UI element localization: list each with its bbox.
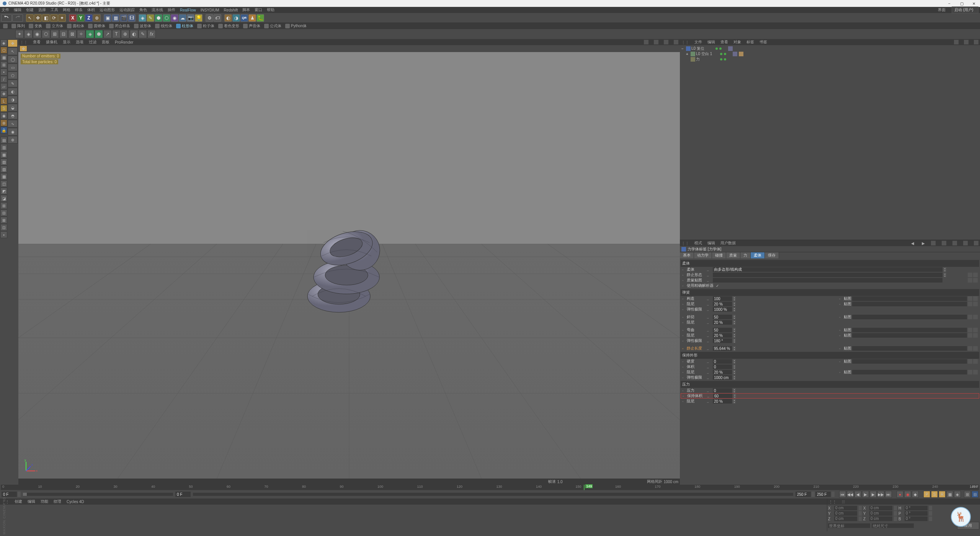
- lasttool-button[interactable]: ✦: [58, 14, 66, 22]
- vp-nav3-icon[interactable]: [664, 40, 668, 44]
- attr-body[interactable]: 柔体 ◦柔体... 由多边形/线构成 ▴▾ ◦静止形态... ▴▾ ◦质量贴图.…: [680, 258, 980, 485]
- camera-button[interactable]: 📷: [187, 14, 194, 22]
- attr-edit[interactable]: 编辑: [707, 240, 715, 246]
- vp-nav4-icon[interactable]: [674, 40, 678, 44]
- tb3-2[interactable]: ◈: [24, 30, 33, 38]
- lt-misc12[interactable]: ⊠: [0, 217, 7, 224]
- goto-end-button[interactable]: ⏭: [885, 491, 892, 498]
- scale-tool[interactable]: ◧: [42, 14, 50, 22]
- lt-misc10[interactable]: ⊞: [0, 202, 7, 209]
- generator2-button[interactable]: ⬡: [163, 14, 170, 22]
- tag-icon[interactable]: [739, 52, 743, 56]
- minimize-button[interactable]: −: [943, 0, 956, 7]
- prev-key-button[interactable]: ◀◀: [847, 491, 854, 498]
- tb2-sound[interactable]: 声音体: [242, 23, 262, 29]
- obj-row-2[interactable]: 力: [681, 57, 979, 62]
- tb2-shader[interactable]: 着色变形: [217, 23, 241, 29]
- om-eye-icon[interactable]: [964, 40, 969, 44]
- menu-volume[interactable]: 体积: [87, 7, 95, 13]
- material-area[interactable]: [0, 505, 827, 531]
- move-tool[interactable]: ✥: [34, 14, 42, 22]
- lt-misc8[interactable]: ◩: [0, 188, 7, 194]
- menu-character[interactable]: 角色: [139, 7, 147, 13]
- tb2-transform[interactable]: 变换: [27, 23, 44, 29]
- attr-lock-icon[interactable]: [952, 241, 957, 245]
- plugin1-button[interactable]: ◐: [224, 14, 232, 22]
- lt-misc11[interactable]: ⊟: [0, 209, 7, 216]
- coord-handle[interactable]: ⋮⋮: [829, 500, 836, 504]
- vpmenu-view[interactable]: 查看: [33, 39, 41, 45]
- end-frame[interactable]: 250 F: [795, 492, 811, 497]
- lt2-lasso[interactable]: ◯: [8, 56, 18, 63]
- range-frame[interactable]: 250 F: [815, 492, 831, 497]
- om-edit[interactable]: 编辑: [707, 39, 715, 45]
- menu-insydium[interactable]: INSYDIUM: [201, 8, 219, 12]
- mat-func[interactable]: 功能: [41, 499, 48, 504]
- vp-axis-button[interactable]: ✥: [20, 46, 27, 52]
- lt2-fill[interactable]: ◓: [8, 112, 18, 119]
- key-rot-button[interactable]: R: [939, 491, 946, 498]
- tab-cache[interactable]: 缓存: [765, 252, 779, 258]
- tab-softbody[interactable]: 柔体: [751, 252, 765, 258]
- vpmenu-display[interactable]: 显示: [63, 39, 70, 45]
- lt2-outline[interactable]: ◒: [8, 104, 18, 111]
- lt-polys[interactable]: ▱: [0, 83, 7, 90]
- tb3-9[interactable]: ◈: [86, 30, 94, 38]
- menu-help[interactable]: 帮助: [267, 7, 274, 13]
- spline-pen-button[interactable]: ✎: [147, 14, 154, 22]
- lt2-phong[interactable]: ◉: [8, 128, 18, 136]
- light-button[interactable]: 💡: [195, 14, 203, 22]
- tb2-wave[interactable]: 波形体: [132, 23, 153, 29]
- redo-button[interactable]: [12, 14, 23, 22]
- rot-h[interactable]: 0 °: [905, 506, 928, 510]
- mat-texture[interactable]: 纹理: [54, 499, 61, 504]
- obj-row-0[interactable]: − L0 复位: [681, 46, 979, 51]
- undo-button[interactable]: [1, 14, 12, 22]
- vp-handle[interactable]: ⋮⋮: [20, 40, 28, 44]
- object-tree[interactable]: − L0 复位 + L0 空白 1 力: [680, 45, 980, 240]
- generator-button[interactable]: ⬢: [155, 14, 162, 22]
- render-settings-button[interactable]: 🎞: [128, 14, 136, 22]
- menu-select[interactable]: 选择: [38, 7, 46, 13]
- tb3-3[interactable]: ◉: [33, 30, 41, 38]
- plugin4-button[interactable]: ♟: [248, 14, 256, 22]
- mat-create[interactable]: 创建: [15, 499, 22, 504]
- key-param-button[interactable]: ▦: [946, 491, 953, 498]
- menu-create[interactable]: 创建: [26, 7, 34, 13]
- menu-mograph[interactable]: 运动图形: [100, 7, 115, 13]
- axis-z-toggle[interactable]: Z: [85, 14, 93, 22]
- render-view-button[interactable]: ▣: [104, 14, 111, 22]
- tb3-16[interactable]: fx: [147, 30, 156, 38]
- vpmenu-filter[interactable]: 过滤: [89, 39, 96, 45]
- menu-redshift[interactable]: Redshift: [224, 8, 238, 12]
- om-file[interactable]: 文件: [694, 39, 702, 45]
- vp-nav1-icon[interactable]: [644, 40, 648, 44]
- timeline[interactable]: 01020 304050 607080 90100110 120130140 1…: [1, 485, 979, 490]
- scale-y[interactable]: 0 cm: [869, 511, 892, 516]
- plugin5-button[interactable]: 🐛: [256, 14, 264, 22]
- render-pv-button[interactable]: 🎬: [120, 14, 127, 22]
- key-scale-button[interactable]: S: [931, 491, 938, 498]
- tb3-13[interactable]: ⊕: [121, 30, 129, 38]
- tag-icon[interactable]: [728, 46, 733, 51]
- tb3-5[interactable]: ⊞: [51, 30, 59, 38]
- mat-cycles[interactable]: Cycles 4D: [67, 500, 84, 504]
- lt2-loop[interactable]: ◐: [8, 88, 18, 95]
- tb2-icon[interactable]: [2, 24, 9, 28]
- vp-nav2-icon[interactable]: [654, 40, 658, 44]
- menu-script[interactable]: 脚本: [242, 7, 250, 13]
- tb3-14[interactable]: ◐: [130, 30, 138, 38]
- coord-scalemode-dd[interactable]: 绝对尺寸: [872, 523, 914, 528]
- autokey-button[interactable]: ◉: [904, 491, 911, 498]
- vpmenu-panel[interactable]: 面板: [102, 39, 109, 45]
- obj-row-1[interactable]: + L0 空白 1: [681, 51, 979, 57]
- tb3-1[interactable]: ✦: [15, 30, 24, 38]
- menu-plugins[interactable]: 插件: [168, 7, 175, 13]
- key-pos-button[interactable]: P: [923, 491, 930, 498]
- tb3-15[interactable]: ✎: [139, 30, 147, 38]
- scale-x[interactable]: 0 cm: [869, 506, 892, 510]
- rot-b[interactable]: 0 °: [905, 516, 928, 521]
- attr-mode[interactable]: 模式: [694, 240, 702, 246]
- pos-z[interactable]: 0 cm: [834, 516, 857, 521]
- key-pla-button[interactable]: ◈: [954, 491, 961, 498]
